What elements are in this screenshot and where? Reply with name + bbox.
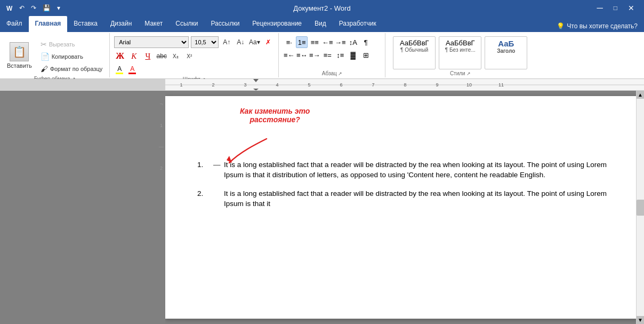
- annotation-text: Как изменить это расстояние?: [240, 107, 310, 124]
- line-spacing-button[interactable]: ↕≡: [334, 49, 346, 61]
- format-painter-button[interactable]: 🖌 Формат по образцу: [38, 63, 106, 75]
- ribbon-search[interactable]: 💡 Что вы хотите сделать?: [557, 22, 644, 32]
- multilevel-list-button[interactable]: ≡≡: [309, 36, 320, 48]
- clipboard-group: 📋 Вставить ✂ Вырезать 📄 Копировать: [0, 33, 110, 77]
- svg-text:7: 7: [372, 82, 374, 88]
- redo-button[interactable]: ↷: [29, 3, 38, 13]
- tab-review[interactable]: Рецензирование: [246, 16, 308, 32]
- tab-insert[interactable]: Вставка: [67, 16, 104, 32]
- scroll-up-button[interactable]: ▲: [637, 91, 645, 99]
- tab-developer[interactable]: Разработчик: [333, 16, 383, 32]
- decrease-indent-button[interactable]: ←≡: [321, 36, 333, 48]
- styles-expand-icon[interactable]: ↗: [466, 71, 471, 76]
- tab-references[interactable]: Ссылки: [169, 16, 204, 32]
- svg-text:1: 1: [180, 82, 182, 88]
- svg-text:9: 9: [436, 82, 438, 88]
- paragraph-expand-icon[interactable]: ↗: [338, 71, 342, 76]
- scroll-down-button[interactable]: ▼: [637, 316, 645, 324]
- paste-button[interactable]: 📋 Вставить: [4, 41, 35, 70]
- ribbon-tabs: Файл Главная Вставка Дизайн Макет Ссылки…: [0, 16, 644, 32]
- svg-text:3: 3: [244, 82, 246, 88]
- ruler: 1 2 3 4 5 6 7 8 9 10 11: [0, 79, 644, 91]
- increase-indent-button[interactable]: →≡: [334, 36, 346, 48]
- word-icon: W: [4, 3, 15, 13]
- unordered-list-button[interactable]: ≡·: [283, 36, 295, 48]
- subscript-button[interactable]: X₂: [170, 50, 181, 62]
- style-heading1[interactable]: АаБ Заголо: [485, 36, 527, 69]
- font-color-button[interactable]: A: [127, 64, 138, 75]
- svg-text:4: 4: [276, 82, 278, 88]
- show-marks-button[interactable]: ¶: [360, 36, 372, 48]
- font-size-select[interactable]: 10,5: [191, 36, 219, 48]
- styles-group: АаБбВвГ ¶ Обычный АаБбВвГ ¶ Без инте... …: [385, 33, 535, 77]
- tab-home[interactable]: Главная: [29, 16, 68, 32]
- paste-label: Вставить: [7, 62, 32, 69]
- cut-button[interactable]: ✂ Вырезать: [38, 38, 106, 50]
- svg-text:8: 8: [404, 82, 406, 88]
- paragraph-group-label: Абзац ↗: [322, 69, 342, 76]
- customize-quick-access[interactable]: ▾: [55, 3, 62, 13]
- highlight-color-bar: [116, 73, 123, 74]
- italic-button[interactable]: К: [128, 50, 140, 62]
- ribbon: 📋 Вставить ✂ Вырезать 📄 Копировать: [0, 32, 644, 79]
- font-color-bar: [128, 73, 136, 74]
- format-painter-icon: 🖌: [41, 65, 48, 73]
- save-button[interactable]: 💾: [41, 3, 53, 13]
- shading-button[interactable]: ▓: [347, 49, 359, 61]
- justify-button[interactable]: ≡=: [321, 49, 333, 61]
- tab-layout[interactable]: Макет: [138, 16, 169, 32]
- styles-group-label: Стили ↗: [450, 69, 471, 76]
- paste-icon: 📋: [10, 42, 29, 61]
- undo-button[interactable]: ↶: [17, 3, 27, 13]
- annotation-arrow: [219, 133, 283, 165]
- paragraph-group: ≡· 1≡ ≡≡ ←≡ →≡ ↕A ¶ ≡← ≡↔ ≡→ ≡= ↕≡ ▓ ⊞ А…: [279, 33, 385, 77]
- window-title: Документ2 - Word: [293, 4, 350, 12]
- list-item: 2. It is a long established fact that a …: [197, 189, 609, 209]
- align-left-button[interactable]: ≡←: [283, 49, 295, 61]
- document-page: Как изменить это расстояние? 1. — It is …: [165, 96, 636, 319]
- vertical-scrollbar[interactable]: ▲ ▼: [636, 91, 644, 324]
- text-highlight-button[interactable]: A: [114, 64, 125, 75]
- strikethrough-button[interactable]: abc: [156, 50, 167, 62]
- tab-mailings[interactable]: Рассылки: [205, 16, 246, 32]
- title-bar-left: W ↶ ↷ 💾 ▾: [4, 3, 62, 13]
- align-center-button[interactable]: ≡↔: [296, 49, 308, 61]
- document-content: 1. — It is a long established fact that …: [197, 160, 609, 209]
- ruler-content: 1 2 3 4 5 6 7 8 9 10 11: [165, 79, 644, 90]
- copy-button[interactable]: 📄 Копировать: [38, 51, 106, 62]
- document-area: ¬ 1 — 2 Как изменить это расстояние? 1.: [0, 91, 644, 324]
- tab-view[interactable]: Вид: [308, 16, 333, 32]
- svg-text:10: 10: [466, 82, 472, 88]
- borders-button[interactable]: ⊞: [360, 49, 372, 61]
- close-button[interactable]: ✕: [623, 3, 640, 13]
- ruler-left-margin: [0, 79, 165, 90]
- shrink-font-button[interactable]: A↓: [235, 36, 246, 48]
- copy-icon: 📄: [41, 52, 50, 61]
- title-bar: W ↶ ↷ 💾 ▾ Документ2 - Word ─ □ ✕: [0, 0, 644, 16]
- minimize-button[interactable]: ─: [591, 3, 608, 13]
- scroll-thumb[interactable]: [637, 200, 645, 216]
- cut-icon: ✂: [41, 40, 47, 49]
- style-no-spacing[interactable]: АаБбВвГ ¶ Без инте...: [439, 36, 481, 69]
- maximize-button[interactable]: □: [608, 3, 623, 13]
- svg-marker-14: [253, 89, 259, 91]
- font-group: Arial 10,5 A↑ A↓ Аа▾ ✗ Ж К Ч abc X₂ X²: [110, 33, 279, 77]
- style-normal[interactable]: АаБбВвГ ¶ Обычный: [393, 36, 436, 69]
- ordered-list-button[interactable]: 1≡: [296, 36, 308, 48]
- tab-design[interactable]: Дизайн: [104, 16, 138, 32]
- change-case-button[interactable]: Аа▾: [248, 36, 260, 48]
- clipboard-sub-buttons: ✂ Вырезать 📄 Копировать 🖌 Формат по обра…: [38, 36, 106, 75]
- superscript-button[interactable]: X²: [183, 50, 195, 62]
- svg-marker-15: [253, 79, 259, 82]
- font-family-select[interactable]: Arial: [114, 36, 189, 48]
- sort-button[interactable]: ↕A: [347, 36, 359, 48]
- tab-file[interactable]: Файл: [0, 16, 29, 32]
- svg-text:W: W: [6, 5, 13, 12]
- underline-button[interactable]: Ч: [142, 50, 154, 62]
- bold-button[interactable]: Ж: [114, 50, 126, 62]
- clear-format-button[interactable]: ✗: [262, 36, 274, 48]
- align-right-button[interactable]: ≡→: [309, 49, 320, 61]
- svg-text:6: 6: [340, 82, 342, 88]
- grow-font-button[interactable]: A↑: [221, 36, 232, 48]
- svg-text:2: 2: [212, 82, 214, 88]
